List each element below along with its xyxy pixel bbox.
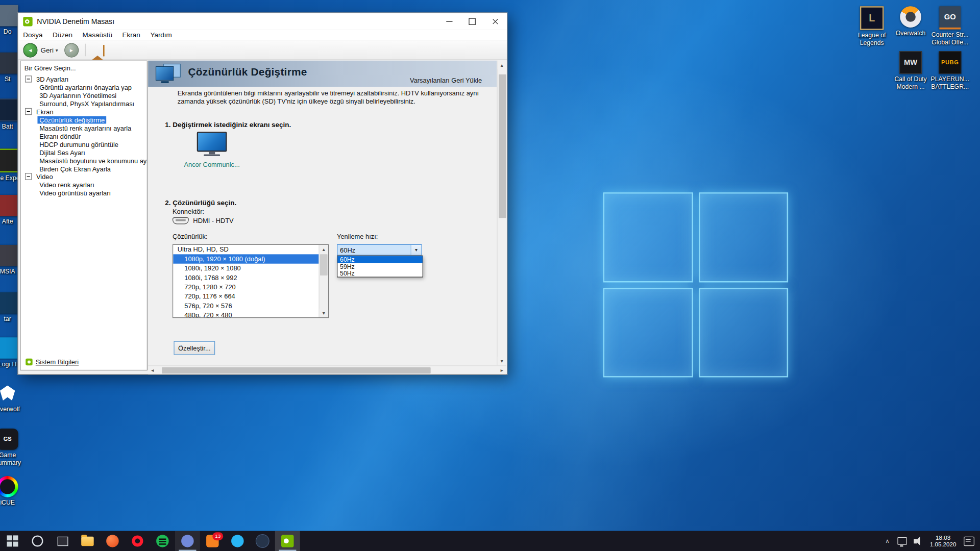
taskbar-app[interactable] <box>225 531 250 551</box>
taskbar-nvidia[interactable] <box>275 531 300 551</box>
icue-icon <box>0 476 18 497</box>
logo-pane <box>603 192 693 282</box>
taskbar-empty-area[interactable] <box>300 531 880 551</box>
tree-item[interactable]: Masaüstü renk ayarlarını ayarla <box>20 123 146 132</box>
desktop-icon-overwolf[interactable]: Overwolf <box>0 382 22 413</box>
tree-item[interactable]: Ekranı döndür <box>20 132 146 140</box>
resolution-listbox[interactable]: Ultra HD, HD, SD 1080p, 980 × 551 (doğ… <box>173 244 329 318</box>
tree-item[interactable]: Video renk ayarları <box>20 181 146 189</box>
menu-masaustu[interactable]: Masaüstü <box>78 31 117 39</box>
menu-duzen[interactable]: Düzen <box>47 31 78 39</box>
search-button[interactable] <box>25 531 50 551</box>
scroll-right-icon[interactable]: ► <box>498 366 506 374</box>
desktop-icon-call-of-duty[interactable]: MW Call of Duty Modern ... <box>891 51 930 90</box>
horizontal-scrollbar[interactable]: ◄ ► <box>148 365 506 374</box>
taskbar-app[interactable] <box>250 531 275 551</box>
listbox-scrollbar[interactable]: ▲ ▼ <box>318 245 328 317</box>
taskbar-app[interactable] <box>100 531 125 551</box>
volume-tray-button[interactable] <box>910 531 925 551</box>
scroll-up-icon[interactable]: ▲ <box>320 245 328 254</box>
taskbar-app-badged[interactable]: 13 <box>200 531 225 551</box>
tree-item[interactable]: Birden Çok Ekran Ayarla <box>20 164 146 172</box>
back-label[interactable]: Geri <box>41 46 54 54</box>
notification-badge: 13 <box>212 532 223 540</box>
desktop-icon-overwatch[interactable]: Overwatch <box>891 6 930 37</box>
tree-node-video[interactable]: Video <box>20 172 146 181</box>
desktop-icon-pubg[interactable]: PUBG PLAYERUN... BATTLEGR... <box>930 51 969 90</box>
scrollbar-thumb[interactable] <box>499 74 506 218</box>
start-button[interactable] <box>0 531 25 551</box>
hidden-icons-chevron[interactable]: ∧ <box>880 531 895 551</box>
tree-node-3d-ayarlari[interactable]: 3D Ayarları <box>20 75 146 83</box>
display-tile[interactable]: Ancor Communic... <box>182 132 242 168</box>
system-info-label[interactable]: Sistem Bilgileri <box>36 358 79 366</box>
desktop-icon-csgo[interactable]: GO Counter-Str... Global Offe... <box>930 6 969 46</box>
maximize-icon <box>469 18 475 24</box>
file-explorer-icon <box>81 536 93 545</box>
logo-pane <box>603 288 693 378</box>
resolution-option[interactable]: 720p, 1176 × 664 <box>173 292 320 301</box>
title-bar[interactable]: NVIDIA Denetim Masası <box>18 13 507 30</box>
collapse-icon[interactable] <box>25 108 32 115</box>
scrollbar-thumb[interactable] <box>162 367 431 373</box>
scroll-left-icon[interactable]: ◄ <box>148 366 157 374</box>
taskbar-file-explorer[interactable] <box>75 531 100 551</box>
taskbar-opera[interactable] <box>125 531 150 551</box>
vertical-scrollbar[interactable]: ▲ ▼ <box>497 61 507 366</box>
taskbar-discord[interactable] <box>175 531 200 551</box>
refresh-option[interactable]: 50Hz <box>337 270 423 277</box>
collapse-icon[interactable] <box>25 173 32 180</box>
chevron-down-icon[interactable]: ▾ <box>56 47 58 53</box>
chevron-down-icon[interactable]: ▼ <box>410 245 421 255</box>
collapse-icon[interactable] <box>25 76 32 82</box>
desktop-icon-game-summary[interactable]: GSGame Summary <box>0 429 22 467</box>
restore-defaults-button[interactable]: Varsayılanları Geri Yükle <box>410 76 482 84</box>
home-button[interactable] <box>92 45 103 55</box>
scroll-up-icon[interactable]: ▲ <box>498 61 506 69</box>
tree-item[interactable]: Surround, PhysX Yapılandırması <box>20 99 146 108</box>
scrollbar-thumb[interactable] <box>320 254 328 276</box>
resolution-option[interactable]: 1080i, 1768 × 992 <box>173 273 320 282</box>
desktop-icon-league-of-legends[interactable]: L League of Legends <box>852 6 891 47</box>
network-tray-button[interactable] <box>895 531 910 551</box>
monitor-icon[interactable] <box>195 132 228 158</box>
resolution-option[interactable]: 1080i, 980 × 551 <box>173 264 320 273</box>
menu-bar: Dosya Düzen Masaüstü Ekran Yardım <box>18 30 507 41</box>
minimize-button[interactable] <box>437 13 460 30</box>
customize-button[interactable]: Özelleştir... <box>174 341 215 355</box>
resolution-option[interactable]: 576p, 720 × 576 <box>173 301 320 310</box>
menu-yardim[interactable]: Yardım <box>145 31 177 39</box>
tree-item[interactable]: Masaüstü boyutunu ve konumunu ayarla <box>20 156 146 164</box>
tree-item[interactable]: Video görüntüsü ayarları <box>20 189 146 197</box>
refresh-option[interactable]: 59Hz <box>337 263 423 270</box>
resolution-option[interactable]: 720p, 1280 × 720 <box>173 282 320 291</box>
forward-button[interactable]: ► <box>64 43 79 57</box>
tree-item-selected[interactable]: Çözünürlük değiştirme <box>20 116 146 124</box>
task-view-button[interactable] <box>50 531 75 551</box>
taskbar-clock[interactable]: 18:03 1.05.2020 <box>925 534 961 548</box>
tree-item[interactable]: Görüntü ayarlarını önayarla yap <box>20 83 146 91</box>
resolution-option-selected[interactable]: 1080p, 980 × 551 (doğal) <box>173 254 320 263</box>
scroll-down-icon[interactable]: ▼ <box>320 309 328 317</box>
system-info-link[interactable]: Sistem Bilgileri <box>26 358 79 366</box>
back-button[interactable]: ◄ <box>23 43 37 57</box>
resolution-option[interactable]: 480p, 720 × 480 <box>173 311 320 317</box>
tree-node-ekran[interactable]: Ekran <box>20 108 146 116</box>
taskbar-spotify[interactable] <box>150 531 175 551</box>
clock-time: 18:03 <box>930 534 957 541</box>
action-center-button[interactable] <box>961 531 976 551</box>
battle-net-icon <box>256 534 270 548</box>
tree-item[interactable]: Dijital Ses Ayarı <box>20 148 146 156</box>
refresh-option-selected[interactable]: 60Hz <box>337 256 423 263</box>
menu-dosya[interactable]: Dosya <box>18 31 48 39</box>
maximize-button[interactable] <box>460 13 483 30</box>
tree-item[interactable]: 3D Ayarlarının Yönetilmesi <box>20 91 146 99</box>
tree-item[interactable]: HDCP durumunu görüntüle <box>20 140 146 148</box>
desktop-icon-icue[interactable]: iCUE <box>0 476 22 507</box>
close-button[interactable] <box>484 13 507 30</box>
menu-ekran[interactable]: Ekran <box>117 31 145 39</box>
opera-icon <box>132 535 143 546</box>
refresh-rate-select[interactable]: 60Hz ▼ <box>337 244 422 256</box>
scroll-down-icon[interactable]: ▼ <box>498 357 506 365</box>
page-title: Çözünürlük Değiştirme <box>188 66 307 79</box>
